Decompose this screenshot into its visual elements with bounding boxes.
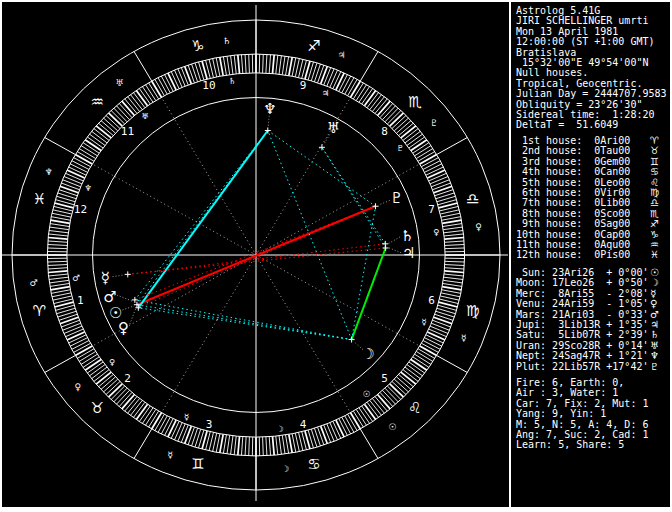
- house-number-5: 5: [381, 372, 388, 385]
- planet-row-text: Satu: 5Lib07R + 2°39': [516, 329, 648, 340]
- house-ruler-glyph-7: ♀: [433, 227, 439, 237]
- planet-position-table: Sun: 23Ari26 + 0°00'☉Moon: 17Leo26 + 0°5…: [516, 268, 648, 372]
- aspect-lines: [128, 130, 386, 339]
- planet-row-text: Merc: 8Ari55 - 2°08': [516, 288, 648, 299]
- border-bottom: [0, 507, 672, 512]
- planet-row-text: Nept: 24Sag47R + 1°21': [516, 350, 648, 361]
- planet-position-markers: [125, 127, 389, 342]
- sign-glyph-sagittarius: ♐: [307, 37, 320, 55]
- sign-glyph-aries: ♈: [32, 302, 45, 320]
- house-row-text: 1st house: 0Ari00: [516, 135, 630, 146]
- house-number-3: 3: [206, 418, 213, 431]
- house-number-8: 8: [381, 125, 388, 138]
- header-line-text: DeltaT = 51.6049: [516, 119, 618, 130]
- header-line: DeltaT = 51.6049: [516, 120, 667, 130]
- stat-line-text: Fire: 6, Earth: 0,: [516, 377, 624, 388]
- planet-glyph-mars: ♂: [103, 288, 116, 306]
- header-line-text: Astrolog 5.41G: [516, 5, 600, 16]
- sign-ruler-glyph-scorpio: ♇: [430, 118, 438, 128]
- house-number-10: 10: [202, 79, 215, 92]
- header-line-text: Julian Day = 2444707.9583: [516, 88, 667, 99]
- house-number-9: 9: [300, 79, 307, 92]
- planet-row-pluto: Plut: 22Lib57R +17°42'♇: [516, 362, 648, 372]
- planet-row-text: Jupi: 3Lib13R + 1°35': [516, 319, 648, 330]
- header-line-text: Mon 13 April 1981: [516, 26, 618, 37]
- house-ruler-glyph-5: ☉: [363, 389, 371, 399]
- header-line-text: Sidereal time: 1:28:20: [516, 109, 654, 120]
- sign-ruler-glyph-gemini: ☿: [167, 450, 173, 460]
- planet-glyph-neptune: ♆: [263, 100, 276, 118]
- header-line-text: 12:00:00 (ST +1:00 GMT): [516, 36, 654, 47]
- header-line-text: Tropical, Geocentric.: [516, 78, 642, 89]
- house-row-text: 8th house: 0Sco00: [516, 208, 630, 219]
- house-row-text: 4th house: 0Can00: [516, 166, 630, 177]
- house-cusp-table: 1st house: 0Ari00♈ 2nd house: 0Tau00♉ 3r…: [516, 136, 630, 261]
- sign-glyph-scorpio: ♏: [408, 93, 422, 111]
- planet-glyph-saturn: ♄: [400, 227, 413, 245]
- element-stats-block: Fire: 6, Earth: 0,Air : 3, Water: 1Car: …: [516, 378, 648, 451]
- house-ruler-glyph-2: ♀: [109, 357, 115, 367]
- sign-glyph-gemini: ♊: [191, 455, 204, 473]
- astrolog-window: ♈♂♉♀♊☿♋☽♌☉♍☿♎♀♏♇♐♃♑♄♒♅♓♆1♂2♀3☿4☽5☉6☿7♀8♇…: [0, 0, 672, 512]
- house-number-1: 1: [77, 294, 84, 307]
- planet-glyph-jupiter: ♃: [402, 244, 415, 262]
- stat-line-text: Air : 3, Water: 1: [516, 387, 618, 398]
- house-number-4: 4: [300, 418, 307, 431]
- sign-ruler-glyph-libra: ♀: [475, 222, 482, 232]
- house-ruler-glyph-12: ♆: [84, 183, 92, 193]
- house-ruler-glyph-11: ♅: [142, 111, 150, 121]
- planet-connectors: [113, 116, 402, 350]
- cardinal-axes: [2, 5, 508, 501]
- house-ruler-glyph-8: ♇: [396, 143, 404, 153]
- house-ruler-glyph-10: ♄: [228, 76, 236, 86]
- pisces-glyph-icon: ♓: [650, 250, 659, 260]
- header-line-text: JIRI SCHELLINGER umrti: [516, 15, 648, 26]
- planet-glyph-venus: ♀: [118, 319, 129, 337]
- planet-glyph-moon: ☽: [362, 345, 375, 363]
- stat-line: Learn: 5, Share: 5: [516, 440, 648, 450]
- house-row-pisces: 12th house: 0Pis00♓: [516, 250, 630, 260]
- sign-ruler-glyph-aries: ♂: [29, 278, 37, 288]
- house-number-6: 6: [428, 294, 435, 307]
- planet-row-text: Moon: 17Leo26 + 0°50': [516, 277, 648, 288]
- sign-ruler-glyph-virgo: ☿: [461, 333, 467, 343]
- sign-ruler-glyph-aquarius: ♅: [115, 78, 123, 88]
- border-top: [0, 0, 672, 2]
- sign-ruler-glyph-pisces: ♆: [45, 167, 53, 177]
- planet-glyphs: ☉☽☿♀♂♃♄♅♆♇: [101, 100, 415, 364]
- planet-row-text: Uran: 29Sco28R + 0°14': [516, 340, 648, 351]
- planet-row-text: Sun: 23Ari26 + 0°00': [516, 267, 648, 278]
- house-number-11: 11: [121, 125, 134, 138]
- house-ruler-glyph-6: ☿: [421, 317, 426, 327]
- stat-line-text: Yang: 9, Yin: 1: [516, 408, 606, 419]
- planet-row-text: Plut: 22Lib57R +17°42': [516, 361, 648, 372]
- sign-ruler-glyph-cancer: ☽: [281, 464, 289, 474]
- house-row-text: 9th house: 0Sag00: [516, 218, 630, 229]
- pluto-glyph-icon: ♇: [650, 362, 659, 372]
- house-ruler-glyph-3: ☿: [184, 412, 189, 422]
- planet-row-text: Venu: 24Ari59 - 1°05': [516, 298, 648, 309]
- house-row-text: 11th house: 0Aqu00: [516, 239, 630, 250]
- planet-glyph-pluto: ♇: [390, 189, 403, 207]
- house-row-text: 5th house: 0Leo00: [516, 177, 630, 188]
- border-left: [0, 0, 2, 512]
- sign-glyph-cancer: ♋: [307, 455, 320, 473]
- sign-glyph-taurus: ♉: [91, 399, 104, 417]
- sign-ruler-glyph-sagittarius: ♃: [338, 50, 346, 60]
- stat-line-text: Car: 7, Fix: 2, Mut: 1: [516, 398, 648, 409]
- natal-chart-wheel: ♈♂♉♀♊☿♋☽♌☉♍☿♎♀♏♇♐♃♑♄♒♅♓♆1♂2♀3☿4☽5☉6☿7♀8♇…: [0, 0, 510, 512]
- chart-header-block: Astrolog 5.41GJIRI SCHELLINGER umrtiMon …: [516, 6, 667, 131]
- house-number-2: 2: [124, 372, 131, 385]
- house-row-text: 6th house: 0Vir00: [516, 187, 630, 198]
- house-ruler-glyph-9: ♃: [322, 88, 330, 98]
- house-number-7: 7: [428, 203, 435, 216]
- sign-ruler-glyph-leo: ☉: [389, 422, 397, 432]
- neptune-glyph-icon: ♆: [650, 351, 659, 361]
- planet-row-text: Mars: 21Ari03 - 0°33': [516, 309, 648, 320]
- sign-ruler-glyph-taurus: ♀: [75, 382, 82, 392]
- planet-glyph-uranus: ♅: [327, 119, 340, 137]
- sagittarius-glyph-icon: ♐: [650, 219, 659, 229]
- stat-line-text: Ang: 7, Suc: 2, Cad: 1: [516, 429, 648, 440]
- header-line-text: Null houses.: [516, 67, 588, 78]
- house-ruler-glyph-1: ♂: [72, 273, 80, 283]
